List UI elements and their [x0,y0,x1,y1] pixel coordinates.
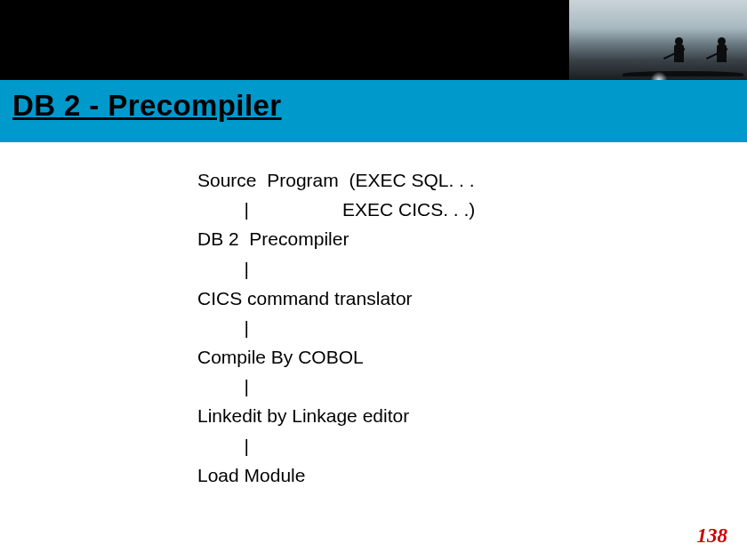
body-line: Compile By COBOL [197,342,475,372]
slide-title: DB 2 - Precompiler [12,89,281,123]
water-splash [651,71,667,80]
body-line: | [197,372,475,401]
slide-body: Source Program (EXEC SQL. . . | EXEC CIC… [197,165,475,490]
body-line: Linkedit by Linkage editor [197,401,475,430]
rower-silhouette [667,37,690,73]
body-line: CICS command translator [197,284,475,313]
body-line: | [197,313,475,342]
slide-banner: DB 2 - Precompiler [0,0,747,142]
body-line: | [197,431,475,460]
page-number: 138 [697,524,728,548]
body-line: Source Program (EXEC SQL. . . [197,165,475,195]
banner-black-block [0,0,569,80]
body-line: Load Module [197,460,475,490]
body-line: | [197,254,475,284]
banner-image [569,0,747,80]
body-line: DB 2 Precompiler [197,224,475,253]
body-line: | EXEC CICS. . .) [197,195,475,224]
rower-silhouette [710,37,733,73]
